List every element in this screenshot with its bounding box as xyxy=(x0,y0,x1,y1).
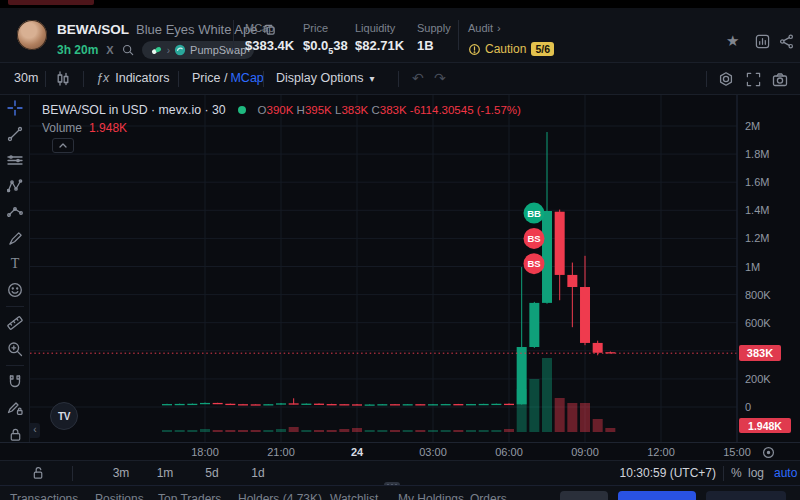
time-tick: 03:00 xyxy=(411,446,455,458)
caution-row[interactable]: Caution 5/6 xyxy=(468,42,554,56)
channel-tool[interactable] xyxy=(0,147,30,173)
price-mcap-toggle[interactable]: Price / MCap xyxy=(192,71,264,85)
tab-holders[interactable]: Holders (4.73K) xyxy=(238,492,322,500)
ohlc-h-value: 395K xyxy=(305,104,332,116)
button-fragment-outline[interactable] xyxy=(706,491,786,500)
button-fragment-gray[interactable] xyxy=(560,491,608,500)
caution-icon xyxy=(468,43,481,56)
ohlc-c-value: 383K xyxy=(380,104,407,116)
dropdown-arrow-icon: ▾ xyxy=(370,73,375,84)
time-tick: 15:00 xyxy=(715,446,759,458)
svg-text:BB: BB xyxy=(527,208,541,219)
auto-scale-button[interactable]: auto xyxy=(774,466,797,480)
fx-icon: ƒx xyxy=(96,71,109,85)
tab-transactions[interactable]: Transactions xyxy=(10,492,78,500)
forecast-tool[interactable] xyxy=(0,199,30,225)
collapse-rail-handle[interactable]: ‹ xyxy=(30,423,40,438)
interval-button[interactable]: 30m xyxy=(14,71,38,85)
svg-text:2M: 2M xyxy=(745,120,760,132)
ruler-tool[interactable] xyxy=(0,310,30,336)
indicators-button[interactable]: ƒx Indicators xyxy=(96,71,169,85)
caution-label: Caution xyxy=(485,42,526,56)
svg-text:600K: 600K xyxy=(745,317,771,329)
stat-price: Price $0.0538 xyxy=(303,22,348,56)
axis-settings-icon[interactable] xyxy=(762,446,775,459)
time-tick: 12:00 xyxy=(639,446,683,458)
open-chart-icon[interactable] xyxy=(755,34,770,49)
tab-watchlist[interactable]: Watchlist xyxy=(330,492,378,500)
bottom-tabs-strip: Transactions Positions Top Traders Holde… xyxy=(0,485,800,500)
time-lock-icon[interactable] xyxy=(32,466,45,480)
tab-my-holdings[interactable]: My Holdings xyxy=(398,492,464,500)
svg-text:200K: 200K xyxy=(745,373,771,385)
audit-chevron-icon: › xyxy=(497,22,501,34)
volume-label[interactable]: Volume xyxy=(42,121,82,135)
stat-mcap-value: $383.4K xyxy=(245,38,294,53)
settings-gear-icon[interactable] xyxy=(718,71,734,87)
brush-tool[interactable] xyxy=(0,225,30,251)
legend-title[interactable]: BEWA/SOL in USD · mevx.io · 30 xyxy=(42,103,226,117)
ohlc-change: -6114.30545 (-1.57%) xyxy=(410,104,521,116)
share-icon[interactable] xyxy=(779,34,794,49)
button-fragment-blue[interactable] xyxy=(618,491,696,500)
volume-value: 1.948K xyxy=(89,121,127,135)
text-tool[interactable]: T xyxy=(0,251,30,277)
ohlc-l-value: 383K xyxy=(341,104,368,116)
caution-score-badge: 5/6 xyxy=(531,42,554,56)
log-scale-button[interactable]: log xyxy=(748,466,764,480)
search-icon[interactable] xyxy=(122,44,134,56)
stat-liquidity-value: $82.71K xyxy=(355,38,404,53)
emoji-tool[interactable] xyxy=(0,277,30,303)
range-1d-button[interactable]: 1d xyxy=(243,466,273,480)
legend-collapse-button[interactable] xyxy=(52,138,74,153)
ohlc-h-label: H xyxy=(297,104,305,116)
svg-text:1.2M: 1.2M xyxy=(745,232,769,244)
chart-toolbar: 30m ƒx Indicators Price / MCap Display O… xyxy=(0,62,800,95)
stat-supply-value: 1B xyxy=(417,38,451,53)
chevron-up-icon xyxy=(59,143,67,148)
tradingview-logo[interactable]: TV xyxy=(50,402,78,430)
drawing-tools-rail: T xyxy=(0,95,30,442)
pattern-tool[interactable] xyxy=(0,173,30,199)
favorite-star-icon[interactable]: ★ xyxy=(726,32,739,50)
x-social-icon[interactable]: X xyxy=(106,44,113,56)
platform-name: PumpSwap xyxy=(190,44,246,56)
time-tick: 09:00 xyxy=(563,446,607,458)
magnet-tool[interactable] xyxy=(0,369,30,395)
crosshair-tool[interactable] xyxy=(0,95,30,121)
time-tick: 24 xyxy=(335,446,379,458)
svg-text:1M: 1M xyxy=(745,261,760,273)
camera-snapshot-icon[interactable] xyxy=(772,72,788,88)
tab-top-traders[interactable]: Top Traders xyxy=(158,492,221,500)
draw-lock-tool[interactable] xyxy=(0,395,30,421)
fullscreen-icon[interactable] xyxy=(746,72,761,87)
chart-bottom-bar: 3m 1m 5d 1d 10:30:59 (UTC+7) % log auto xyxy=(0,460,800,485)
range-3m-button[interactable]: 3m xyxy=(106,466,136,480)
token-header: BEWA/SOL Blue Eyes White Ape 3h 20m X › xyxy=(0,8,800,62)
platform-pill[interactable]: › PumpSwap xyxy=(142,41,255,59)
svg-text:0: 0 xyxy=(745,401,751,413)
svg-text:1.8M: 1.8M xyxy=(745,148,769,160)
redo-icon[interactable]: ↷ xyxy=(434,70,446,86)
audit-link[interactable]: Audit › xyxy=(468,22,501,34)
tab-positions[interactable]: Positions xyxy=(95,492,144,500)
candle-style-icon[interactable] xyxy=(55,71,71,87)
tab-orders[interactable]: Orders xyxy=(470,492,507,500)
time-tick: 06:00 xyxy=(487,446,531,458)
time-axis[interactable]: 18:0021:002403:0006:0009:0012:0015:00 xyxy=(0,442,800,460)
price-chart-canvas[interactable]: 2M1.8M1.6M1.4M1.2M1M800K600K200K0BBBSBS xyxy=(0,95,800,442)
stat-supply: Supply 1B xyxy=(417,22,451,53)
range-5d-button[interactable]: 5d xyxy=(197,466,227,480)
price-axis-badge: 383K xyxy=(739,345,781,361)
token-avatar[interactable] xyxy=(17,20,47,50)
pill-icon xyxy=(150,44,163,57)
undo-icon[interactable]: ↶ xyxy=(412,70,424,86)
zoom-tool[interactable] xyxy=(0,336,30,362)
display-options-button[interactable]: Display Options ▾ xyxy=(276,71,375,85)
percent-scale-button[interactable]: % xyxy=(731,466,742,480)
token-pair[interactable]: BEWA/SOL xyxy=(57,22,129,37)
range-1m-button[interactable]: 1m xyxy=(150,466,180,480)
clock[interactable]: 10:30:59 (UTC+7) xyxy=(598,466,716,480)
trendline-tool[interactable] xyxy=(0,121,30,147)
pumpswap-icon xyxy=(174,44,186,56)
